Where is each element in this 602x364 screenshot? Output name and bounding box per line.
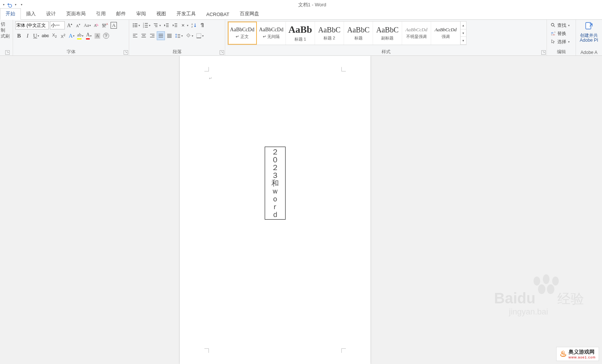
svg-rect-45 (197, 38, 201, 38)
cut-button[interactable]: 切 (1, 21, 10, 27)
style-no-spacing[interactable]: AaBbCcDd ↵ 无间隔 (257, 22, 286, 45)
format-painter-button[interactable]: 式刷 (1, 33, 10, 39)
character-border-button[interactable]: A (110, 21, 118, 29)
tab-baidu-netdisk[interactable]: 百度网盘 (235, 9, 264, 19)
align-center-button[interactable] (140, 32, 147, 40)
tab-home[interactable]: 开始 (0, 8, 21, 20)
style-heading2[interactable]: AaBbC 标题 2 (315, 22, 344, 45)
find-button[interactable]: 查找▾ (549, 21, 571, 29)
bold-button[interactable]: B (15, 32, 23, 40)
subscript-button[interactable]: X2 (51, 32, 58, 40)
tab-page-layout[interactable]: 页面布局 (61, 9, 91, 19)
font-group-label: 字体 (15, 48, 127, 55)
paragraph-dialog-launcher[interactable] (220, 50, 224, 55)
align-justify-button[interactable] (157, 32, 165, 40)
svg-text:Z: Z (191, 26, 193, 28)
shading-button[interactable]: ▾ (185, 32, 194, 40)
borders-button[interactable]: ▾ (195, 32, 204, 40)
underline-button[interactable]: U▾ (32, 32, 40, 40)
clipboard-dialog-launcher[interactable] (5, 50, 10, 55)
svg-rect-6 (134, 26, 137, 27)
phonetic-guide-button[interactable]: 變A (101, 21, 109, 29)
tab-design[interactable]: 设计 (41, 9, 61, 19)
svg-rect-41 (178, 34, 180, 35)
superscript-button[interactable]: X2 (59, 32, 67, 40)
align-left-button[interactable] (131, 32, 139, 40)
style-heading1[interactable]: AaBb 标题 1 (286, 22, 315, 45)
svg-text:经验: 经验 (557, 291, 584, 306)
character-shading-button[interactable]: A (94, 32, 101, 40)
gallery-expand[interactable]: ▾ (461, 37, 466, 45)
style-subtitle[interactable]: AaBbC 副标题 (373, 22, 402, 45)
svg-rect-2 (134, 23, 137, 24)
strikethrough-button[interactable]: abc (41, 32, 50, 40)
svg-rect-10 (145, 25, 148, 26)
gallery-scroll-up[interactable]: ▴ (461, 22, 466, 29)
show-hide-marks-button[interactable] (199, 21, 206, 29)
svg-rect-38 (167, 35, 172, 35)
increase-indent-button[interactable] (171, 21, 179, 29)
tab-acrobat[interactable]: ACROBAT (201, 10, 235, 19)
svg-rect-21 (175, 26, 177, 27)
tab-mailings[interactable]: 邮件 (111, 9, 131, 19)
undo-dropdown[interactable]: ▾ (13, 3, 18, 6)
bullets-button[interactable]: ▾ (131, 21, 141, 29)
document-canvas[interactable]: ↵ ２０２３和ｗｏｒｄ Baidu 经验 jingyan.bai ♨ 奥义游戏网… (0, 56, 602, 364)
asian-layout-button[interactable]: ✕▾ (180, 21, 189, 29)
shrink-font-button[interactable]: A▾ (74, 21, 82, 29)
undo-button[interactable] (6, 1, 13, 9)
qat-customize-dropdown[interactable]: ▾ (1, 3, 6, 6)
align-distributed-button[interactable] (166, 32, 173, 40)
styles-group-label: 样式 (227, 48, 544, 55)
multilevel-list-button[interactable]: ▾ (152, 21, 162, 29)
font-color-button[interactable]: A▾ (85, 32, 93, 40)
create-share-adobe-button[interactable]: 创建并共 Adobe PI (578, 21, 600, 43)
styles-dialog-launcher[interactable] (541, 50, 546, 55)
document-page[interactable]: ↵ ２０２３和ｗｏｒｄ (180, 56, 370, 364)
tab-insert[interactable]: 插入 (21, 9, 41, 19)
style-title[interactable]: AaBbC 标题 (344, 22, 373, 45)
enclose-characters-button[interactable]: 字 (102, 32, 110, 40)
replace-button[interactable]: abac 替换 (549, 29, 568, 38)
svg-text:Baidu: Baidu (494, 290, 535, 306)
qat-more-dropdown[interactable]: ▾ (19, 3, 24, 6)
clear-formatting-button[interactable]: A (93, 21, 100, 29)
change-case-button[interactable]: Aa▾ (83, 21, 92, 29)
decrease-indent-button[interactable] (163, 21, 170, 29)
highlight-button[interactable]: ab▾ (76, 32, 84, 40)
align-right-button[interactable] (149, 32, 156, 40)
svg-text:ac: ac (552, 33, 555, 36)
tab-developer[interactable]: 开发工具 (171, 9, 201, 19)
svg-rect-17 (166, 25, 169, 25)
vertical-text-box[interactable]: ２０２３和ｗｏｒｄ (265, 147, 286, 220)
styles-gallery: AaBbCcDd ↵ 正文 AaBbCcDd ↵ 无间隔 AaBb 标题 1 A… (227, 21, 466, 45)
line-spacing-button[interactable]: ▾ (174, 32, 184, 40)
copy-button[interactable]: 制 (1, 27, 10, 33)
style-emphasis[interactable]: AaBbCcDd 强调 (431, 22, 460, 45)
svg-rect-19 (175, 23, 177, 24)
tab-view[interactable]: 视图 (151, 9, 171, 19)
sort-button[interactable]: AZ (190, 21, 198, 29)
svg-point-52 (552, 277, 559, 285)
font-size-combo[interactable] (50, 21, 65, 29)
svg-rect-37 (167, 34, 172, 34)
clipboard-group-label (1, 49, 10, 55)
font-dialog-launcher[interactable] (124, 50, 128, 55)
italic-button[interactable]: I (24, 32, 31, 40)
style-subtle-emphasis[interactable]: AaBbCcDd 不明显强调 (402, 22, 431, 45)
select-button[interactable]: 选择▾ (549, 38, 571, 46)
svg-rect-33 (150, 37, 155, 37)
font-name-combo[interactable] (15, 21, 49, 29)
grow-font-button[interactable]: A▴ (66, 21, 73, 29)
tab-references[interactable]: 引用 (91, 9, 111, 19)
gallery-scroll-down[interactable]: ▾ (461, 29, 466, 37)
text-effects-button[interactable]: A▾ (68, 32, 75, 40)
window-title: 文档1 - Word (24, 1, 601, 8)
margin-mark-bottom-right (341, 348, 346, 353)
svg-rect-44 (197, 33, 201, 38)
svg-point-5 (133, 26, 134, 28)
svg-point-3 (133, 25, 134, 26)
numbering-button[interactable]: 123▾ (142, 21, 151, 29)
style-normal[interactable]: AaBbCcDd ↵ 正文 (228, 22, 257, 45)
tab-review[interactable]: 审阅 (131, 9, 151, 19)
